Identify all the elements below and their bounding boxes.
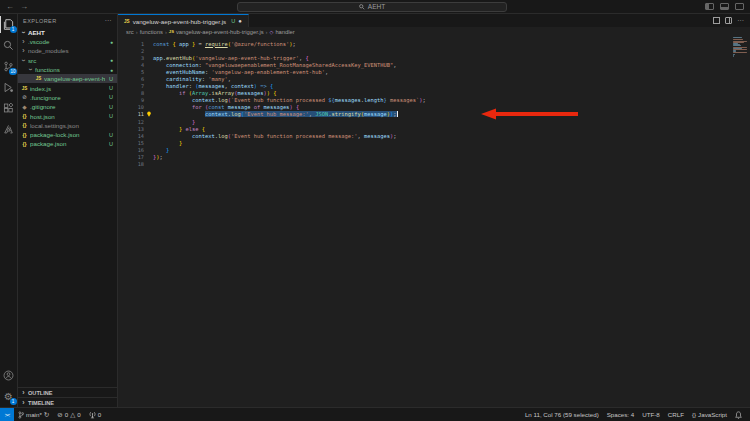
- more-actions-icon[interactable]: ⋯: [737, 17, 744, 25]
- code-line-2[interactable]: 2: [118, 47, 750, 54]
- code-line-18[interactable]: 18: [118, 161, 750, 168]
- code-line-5[interactable]: 5 eventHubName: 'vangeluw-aep-enablement…: [118, 68, 750, 75]
- history-forward-icon[interactable]: →: [20, 3, 28, 11]
- line-number[interactable]: 9: [118, 97, 144, 103]
- workspace-root-folder[interactable]: › AEHT: [18, 27, 117, 37]
- line-number[interactable]: 6: [118, 76, 144, 82]
- code-line-17[interactable]: 17});: [118, 154, 750, 161]
- activitybar-azure[interactable]: [0, 119, 18, 140]
- tree-item-host-json[interactable]: {}host.jsonU: [18, 111, 117, 120]
- open-changes-icon[interactable]: [713, 17, 720, 24]
- code-line-7[interactable]: 7 handler: (messages, context) => {: [118, 83, 750, 90]
- tree-item-package-lock-json[interactable]: {}package-lock.jsonU: [18, 130, 117, 139]
- tab-vangeluw-aep-event-hub-trigger[interactable]: JS vangeluw-aep-event-hub-trigger.js U ●: [118, 14, 249, 27]
- activitybar-source-control[interactable]: 10: [0, 56, 18, 77]
- json-file-icon: {}: [21, 132, 28, 138]
- code-line-4[interactable]: 4 connection: "vangeluwaepenablement_Roo…: [118, 61, 750, 68]
- line-number[interactable]: 5: [118, 69, 144, 75]
- line-number[interactable]: 15: [118, 140, 144, 146]
- breadcrumb-file[interactable]: JSvangeluw-aep-event-hub-trigger.js: [169, 29, 264, 35]
- untracked-badge: U: [109, 104, 113, 110]
- tree-item-package-json[interactable]: {}package.jsonU: [18, 139, 117, 148]
- line-number[interactable]: 18: [118, 161, 144, 167]
- tree-item-src[interactable]: ›src●: [18, 56, 117, 65]
- dirty-indicator-icon[interactable]: ●: [238, 18, 242, 24]
- breadcrumb-src[interactable]: src: [126, 29, 134, 35]
- activitybar-search[interactable]: [0, 35, 18, 56]
- eol-item[interactable]: CRLF: [664, 408, 688, 421]
- activitybar-accounts[interactable]: [0, 365, 18, 386]
- tree-item-local-settings-json[interactable]: {}local.settings.json: [18, 121, 117, 130]
- line-text: for (const message of messages) {: [153, 104, 750, 110]
- code-line-13[interactable]: 13 } else {: [118, 125, 750, 132]
- history-back-icon[interactable]: ←: [6, 3, 14, 11]
- editor-actions: ⋯: [249, 14, 750, 27]
- tree-item--vscode[interactable]: ›.vscode●: [18, 37, 117, 46]
- timeline-section[interactable]: › TIMELINE: [18, 397, 117, 407]
- encoding-item[interactable]: UTF-8: [638, 408, 664, 421]
- split-editor-icon[interactable]: [725, 17, 732, 24]
- notifications-item[interactable]: [731, 408, 746, 421]
- toggle-panel-icon[interactable]: [720, 3, 729, 10]
- indentation-item[interactable]: Spaces: 4: [603, 408, 639, 421]
- explorer-more-actions-icon[interactable]: ⋯: [105, 17, 112, 25]
- activitybar-explorer[interactable]: 1: [0, 14, 18, 35]
- line-number[interactable]: 7: [118, 83, 144, 89]
- line-number[interactable]: 3: [118, 55, 144, 61]
- file-label: .gitignore: [30, 103, 105, 110]
- ports-item[interactable]: 0: [85, 408, 105, 421]
- minimap[interactable]: [733, 37, 748, 58]
- code-line-1[interactable]: 1const { app } = require('@azure/functio…: [118, 40, 750, 47]
- code-line-14[interactable]: 14 context.log('Event hub function proce…: [118, 132, 750, 139]
- cursor-position-item[interactable]: Ln 11, Col 76 (59 selected): [521, 408, 603, 421]
- remote-indicator[interactable]: ><: [0, 408, 14, 421]
- tree-item--gitignore[interactable]: ◆.gitignoreU: [18, 102, 117, 111]
- problems-item[interactable]: ⊘ 0 △ 0: [53, 408, 84, 421]
- line-number[interactable]: 14: [118, 133, 144, 139]
- line-number[interactable]: 10: [118, 104, 144, 110]
- activitybar-settings[interactable]: ⚙ 1: [0, 386, 18, 407]
- git-branch-item[interactable]: main* ↻: [14, 408, 53, 421]
- tree-item--funcignore[interactable]: ⊘.funcignoreU: [18, 93, 117, 102]
- tree-item-functions[interactable]: ›functions●: [18, 65, 117, 74]
- line-number[interactable]: 1: [118, 41, 144, 47]
- toggle-sidebar-icon[interactable]: [705, 3, 714, 10]
- code-line-3[interactable]: 3app.eventHub('vangeluw-aep-event-hub-tr…: [118, 54, 750, 61]
- language-mode-item[interactable]: {} JavaScript: [688, 408, 731, 421]
- activitybar-run-debug[interactable]: [0, 77, 18, 98]
- customize-layout-icon[interactable]: [735, 3, 744, 10]
- command-center-search[interactable]: AEHT: [237, 2, 507, 12]
- code-area[interactable]: 1const { app } = require('@azure/functio…: [118, 36, 750, 407]
- activitybar-extensions[interactable]: [0, 98, 18, 119]
- code-line-9[interactable]: 9 context.log(`Event hub function proces…: [118, 97, 750, 104]
- chevron-down-icon: ›: [27, 67, 34, 72]
- line-number[interactable]: 16: [118, 147, 144, 153]
- tree-item-index-js[interactable]: JSindex.jsU: [18, 83, 117, 92]
- code-line-6[interactable]: 6 cardinality: 'many',: [118, 75, 750, 82]
- code-line-8[interactable]: 8 if (Array.isArray(messages)) {: [118, 90, 750, 97]
- line-text: context.log('Event hub function processe…: [153, 133, 750, 139]
- line-number[interactable]: 8: [118, 90, 144, 96]
- minimap-line: [733, 37, 742, 38]
- code-line-12[interactable]: 12 }: [118, 118, 750, 125]
- breadcrumb-symbol-handler[interactable]: ◇handler: [270, 29, 295, 35]
- line-number[interactable]: 11: [118, 111, 144, 117]
- line-number[interactable]: 17: [118, 154, 144, 160]
- line-number[interactable]: 2: [118, 48, 144, 54]
- tree-item-vangeluw-aep-event-hub-t-[interactable]: JSvangeluw-aep-event-hub-t...U: [18, 74, 117, 83]
- code-line-16[interactable]: 16 }: [118, 146, 750, 153]
- breadcrumb-functions[interactable]: functions: [140, 29, 163, 35]
- tree-item-node-modules[interactable]: ›node_modules: [18, 46, 117, 55]
- warnings-icon: △: [70, 411, 75, 419]
- code-line-11[interactable]: 11 context.log('Event hub message:', JSO…: [118, 111, 750, 118]
- lightbulb-icon[interactable]: [144, 111, 153, 117]
- workspace-search-label: AEHT: [368, 3, 385, 10]
- code-line-15[interactable]: 15 }: [118, 139, 750, 146]
- line-number[interactable]: 13: [118, 126, 144, 132]
- outline-section[interactable]: › OUTLINE: [18, 387, 117, 397]
- line-number[interactable]: 12: [118, 119, 144, 125]
- breadcrumb-separator: ›: [165, 29, 167, 35]
- line-text: } else {: [153, 126, 750, 132]
- line-number[interactable]: 4: [118, 62, 144, 68]
- code-line-10[interactable]: 10 for (const message of messages) {: [118, 104, 750, 111]
